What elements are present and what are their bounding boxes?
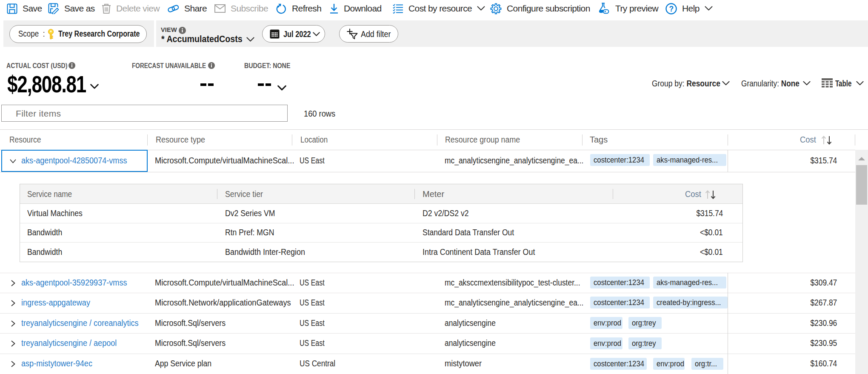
svg-text:?: ? — [669, 4, 673, 13]
